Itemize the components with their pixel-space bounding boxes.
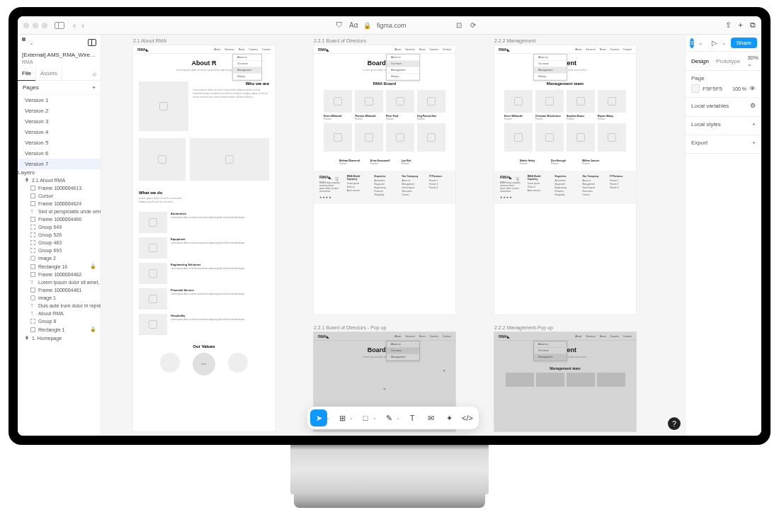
tab-design[interactable]: Design xyxy=(691,58,709,64)
layer-root[interactable]: ⋕ 2.1 About RMA xyxy=(18,176,101,184)
layer-item[interactable]: Group 483 xyxy=(18,239,101,247)
layer-item[interactable]: TDuis aute irure dolor in reprehend xyxy=(18,302,101,310)
local-variables[interactable]: Local variables xyxy=(691,103,729,109)
back-button[interactable]: ‹ xyxy=(73,21,76,30)
tabs-icon[interactable]: ⧉ xyxy=(750,21,756,30)
local-styles[interactable]: Local styles xyxy=(691,121,721,128)
help-button[interactable]: ? xyxy=(668,417,681,430)
browser-toolbar: ‹ › ⛉ Aα 🔒 figma.com ⊡ ⟳ ⇪ + ⧉ xyxy=(18,16,761,35)
layer-item[interactable]: image 2 xyxy=(18,254,101,262)
sidebar-toggle-icon[interactable] xyxy=(55,22,64,29)
add-icon[interactable]: + xyxy=(752,140,756,146)
layer-item[interactable]: Frame 1000004481 xyxy=(18,286,101,294)
layer-item[interactable]: Frame 1000004482 xyxy=(18,271,101,278)
layer-item[interactable]: Rectangle 16🔒 xyxy=(18,262,101,271)
reload-icon[interactable]: ⟳ xyxy=(469,21,477,29)
lock-icon: 🔒 xyxy=(363,22,371,29)
layer-item[interactable]: Frame 1000004624 xyxy=(18,200,101,208)
artboard-label[interactable]: 2.2.1 Board of Directors - Pop up xyxy=(314,325,386,330)
monitor-base xyxy=(294,492,485,508)
tab-prototype[interactable]: Prototype xyxy=(716,58,740,64)
layer-item[interactable]: Frame 1000004466 xyxy=(18,215,101,223)
layer-item[interactable]: image 1 xyxy=(18,294,101,302)
page-item[interactable]: Version 6 xyxy=(18,148,101,159)
artboard-board[interactable]: RIMA◣AboutServicesNewsCareersContact Abo… xyxy=(314,45,455,315)
page-item[interactable]: Version 5 xyxy=(18,137,101,148)
layer-item[interactable]: TLorem ipsum dolor sit amet, cons xyxy=(18,278,101,286)
zoom-level[interactable]: 30% ⌄ xyxy=(747,55,758,67)
layer-item[interactable]: Group 526 xyxy=(18,231,101,239)
layer-item[interactable]: Frame 1000004613 xyxy=(18,184,101,192)
reader-icon: ⊡ xyxy=(455,21,463,29)
artboard-management[interactable]: RIMA◣AboutServicesNewsCareersContact Abo… xyxy=(494,45,636,315)
add-page-icon[interactable]: + xyxy=(92,84,96,91)
color-swatch[interactable] xyxy=(691,84,700,93)
actions-tool[interactable]: ✦ xyxy=(440,409,457,426)
settings-icon[interactable]: ⚙ xyxy=(750,102,756,109)
canvas[interactable]: 2.1 About RMA RIMA◣AboutServicesNewsCare… xyxy=(101,35,685,436)
close-icon[interactable]: × xyxy=(443,368,445,373)
page-item[interactable]: Version 3 xyxy=(18,116,101,127)
background-color-row[interactable]: F5F5F5 100 % 👁 xyxy=(691,84,756,93)
artboard-label[interactable]: 2.1 About RMA xyxy=(133,38,166,43)
share-icon[interactable]: ⇪ xyxy=(725,21,732,30)
right-panel: S ⌄ ▷ ⌄ Share Design Prototype 30% ⌄ Pag… xyxy=(685,35,761,436)
user-avatar[interactable]: S xyxy=(690,38,694,48)
monitor-stand xyxy=(290,445,489,494)
toolbar: ➤⌄ ⊞⌄ □⌄ ✎⌄ T ✉ ✦ </> xyxy=(307,407,479,429)
text-size-icon: Aα xyxy=(349,21,358,29)
add-icon[interactable]: + xyxy=(752,121,756,128)
page-item[interactable]: Version 1 xyxy=(18,95,101,106)
layer-homepage[interactable]: ⋕ 1. Homepage xyxy=(18,334,101,342)
artboard-label[interactable]: 2.2.2 Management xyxy=(494,38,535,43)
cursor-hand-icon: ☟ xyxy=(335,176,342,183)
shape-tool[interactable]: □ xyxy=(357,409,374,426)
dev-mode-tool[interactable]: </> xyxy=(459,409,476,426)
visibility-icon[interactable]: 👁 xyxy=(749,85,756,92)
file-project: RMA xyxy=(18,60,101,67)
chevron-down-icon[interactable]: ⌄ xyxy=(382,385,387,391)
figma-logo-icon[interactable] xyxy=(22,38,29,47)
page-item[interactable]: Version 7 xyxy=(18,159,101,169)
layer-item[interactable]: Group 693 xyxy=(18,247,101,254)
frame-tool[interactable]: ⊞ xyxy=(334,409,351,426)
artboard-mgmt-popup[interactable]: RIMA◣AboutServicesNewsCareersContact Abo… xyxy=(494,332,636,431)
pages-header[interactable]: Pages+ xyxy=(18,81,101,95)
url-text: figma.com xyxy=(377,22,406,29)
layers-header: Layers xyxy=(18,169,101,176)
artboard-about[interactable]: RIMA◣AboutServicesNewsCareersContact Abo… xyxy=(133,45,275,431)
traffic-lights[interactable] xyxy=(23,23,47,28)
layer-item[interactable]: Cursor xyxy=(18,192,101,200)
page-item[interactable]: Version 2 xyxy=(18,106,101,116)
page-item[interactable]: Version 4 xyxy=(18,127,101,137)
artboard-label[interactable]: 2.2.1 Board of Directors xyxy=(314,38,366,43)
cursor-hand-icon: ☟ xyxy=(516,176,523,183)
new-tab-icon[interactable]: + xyxy=(739,21,743,30)
move-tool[interactable]: ➤ xyxy=(310,409,327,426)
layer-item[interactable]: Rectangle 1🔒 xyxy=(18,325,101,334)
layer-item[interactable]: Group 8 xyxy=(18,317,101,325)
chevron-down-icon[interactable]: ⌄ xyxy=(29,40,34,46)
chevron-down-icon[interactable]: ⌄ xyxy=(698,40,703,46)
forward-button[interactable]: › xyxy=(81,21,84,30)
layer-item[interactable]: TSed ut perspiciatis unde omnis ist xyxy=(18,208,101,215)
file-name[interactable]: [External] AMS_RMA_Wiref… ⌄ xyxy=(18,50,101,60)
share-button[interactable]: Share xyxy=(731,38,757,48)
search-icon[interactable]: ⌕ xyxy=(89,67,101,80)
tab-file[interactable]: File xyxy=(18,67,36,80)
tab-assets[interactable]: Assets xyxy=(36,67,62,80)
layer-item[interactable]: TAbout RMA xyxy=(18,310,101,317)
left-panel: ⌄ [External] AMS_RMA_Wiref… ⌄ RMA File A… xyxy=(18,35,101,436)
page-section-label: Page xyxy=(691,75,705,81)
panel-toggle-icon[interactable] xyxy=(88,39,96,46)
present-button[interactable]: ▷ xyxy=(712,39,717,47)
shield-icon: ⛉ xyxy=(335,21,343,29)
export-section[interactable]: Export xyxy=(691,140,707,146)
layer-item[interactable]: Group 649 xyxy=(18,223,101,231)
artboard-label[interactable]: 2.2.2 Management-Pop up xyxy=(494,325,553,330)
chevron-down-icon[interactable]: ⌄ xyxy=(722,40,727,46)
text-tool[interactable]: T xyxy=(404,409,421,426)
address-bar[interactable]: ⛉ Aα 🔒 figma.com ⊡ ⟳ xyxy=(335,21,477,29)
pen-tool[interactable]: ✎ xyxy=(380,409,397,426)
comment-tool[interactable]: ✉ xyxy=(422,409,439,426)
